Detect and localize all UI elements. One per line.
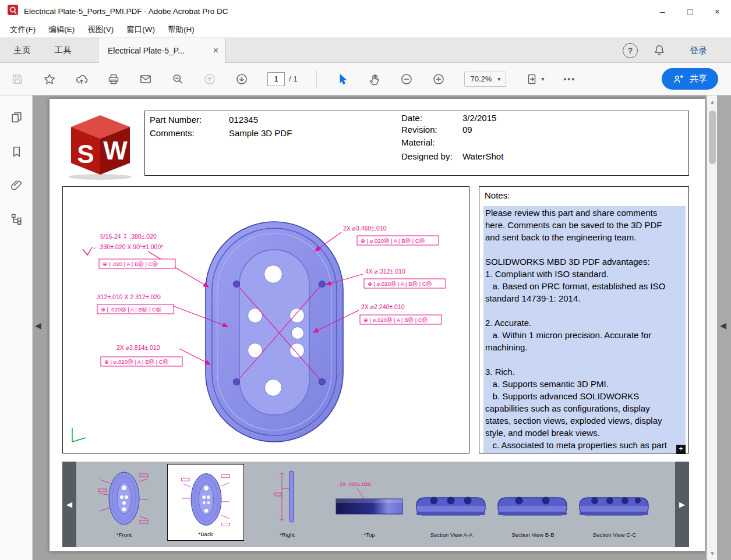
fit-page-icon [525,73,538,86]
view-thumb-section-cc[interactable]: Section View C-C [577,462,652,547]
tab-close-icon[interactable]: × [213,45,218,56]
favorite-star-icon[interactable] [43,73,56,86]
minimize-button[interactable]: – [649,0,676,22]
fcf-dia3814: ⊕ | ⌀.020Ⓜ | A | BⓂ | CⓂ [104,359,168,365]
email-icon[interactable] [139,73,152,86]
window-controls: – □ × [649,0,731,22]
view-thumb-section-bb[interactable]: Section View B-B [496,462,570,547]
designed-by-label: Designed by: [401,151,453,161]
zoom-level-value: 70.2% [470,75,492,83]
view-thumb-right[interactable]: *Right [265,462,309,547]
designed-by-value: WaterShot [462,151,503,161]
attachments-paperclip-icon[interactable] [10,178,23,192]
callout-dia3814: 2X ⌀3.814±.010 [116,344,160,351]
zoom-in-icon[interactable] [432,73,445,86]
callout-thread-line2: ⌵ .330±.020 X 90°±1.000° [92,243,163,250]
drawing-view-panel[interactable]: 5/16-24 ↧ .380±.020 ⌵ .330±.020 X 90°±1.… [62,186,469,453]
page-thumbnails-icon[interactable] [10,111,23,124]
model-tree-icon[interactable] [10,212,23,225]
svg-text:S: S [77,140,94,168]
view-label-right: *Right [265,531,309,538]
previous-page-icon[interactable] [203,73,216,86]
callout-dia3460: 2X ⌀3.460±.010 [343,225,387,232]
acrobat-window: Electrical Plate-5_Ports_PMI.PDF - Adobe… [0,0,731,560]
notes-body-text[interactable]: Please review this part and share commen… [483,206,686,453]
fcf-dia2240: ⊕ | ⌀.020Ⓜ | A | BⓂ | CⓂ [363,317,428,323]
save-icon[interactable] [11,73,24,86]
toolbar-separator [316,70,317,88]
pdf-page: S W Part Number: 012345 Comments: Sample… [50,99,705,551]
print-icon[interactable] [107,73,120,86]
expand-right-panel-arrow-icon[interactable]: ◀ [720,321,726,330]
coordinate-triad-icon [72,428,86,442]
titlebar: Electrical Plate-5_Ports_PMI.PDF - Adobe… [0,0,731,22]
menu-file[interactable]: 文件(F) [3,22,42,37]
revision-value: 09 [462,125,472,134]
top-view-dim: 2X .080±.020 [340,481,370,487]
menu-edit[interactable]: 编辑(E) [42,22,81,37]
notes-panel[interactable]: Notes: Please review this part and share… [479,186,689,453]
help-icon[interactable]: ? [623,43,638,58]
view-label-top: *Top [331,531,407,538]
revision-label: Revision: [401,125,437,134]
model-plate [206,222,343,442]
menu-view[interactable]: 视图(V) [81,22,120,37]
page-number-input[interactable] [267,72,285,86]
more-tools-icon[interactable]: ••• [563,75,575,84]
zoom-out-icon[interactable] [400,73,413,86]
page-total-label: / 1 [289,75,297,83]
comments-value: Sample 3D PDF [229,128,292,138]
view-label-front: *Front [96,531,152,538]
callout-slot: .312±.010 X 2.312±.020 [96,293,161,300]
collapse-left-panel-arrow-icon[interactable]: ◀ [35,321,41,330]
fcf-slot: ⊕ | .020Ⓜ | A | BⓂ | CⓂ [101,306,161,313]
close-button[interactable]: × [704,0,731,22]
maximize-button[interactable]: □ [676,0,704,22]
filmstrip-scroll-left-arrow[interactable]: ◀ [62,462,76,547]
expand-plus-icon[interactable]: + [676,445,686,454]
date-label: Date: [401,113,422,123]
title-block: Part Number: 012345 Comments: Sample 3D … [144,111,689,176]
comments-label: Comments: [150,128,195,138]
scroll-down-icon[interactable]: ▼ [707,551,718,557]
view-label-section-cc: Section View C-C [577,531,652,538]
share-person-icon [673,73,684,85]
view-label-back: *Back [168,531,243,537]
next-page-icon[interactable] [235,73,248,86]
part-number-label: Part Number: [150,115,202,125]
view-label-section-aa: Section View A-A [414,531,489,538]
hand-tool-icon[interactable] [368,73,381,86]
window-title: Electrical Plate-5_Ports_PMI.PDF - Adobe… [24,7,228,16]
menubar: 文件(F) 编辑(E) 视图(V) 窗口(W) 帮助(H) [0,22,731,38]
vertical-scrollbar[interactable]: ▲ ▼ [707,95,717,560]
solidworks-logo: S W [64,109,137,183]
tab-tools[interactable]: 工具 [47,38,79,63]
chevron-down-icon: ▾ [497,76,500,82]
search-magnifier-icon[interactable] [171,73,184,86]
tab-document[interactable]: Electrical Plate-5_P... × [98,38,226,63]
view-thumb-section-aa[interactable]: Section View A-A [414,462,489,547]
sign-in-link[interactable]: 登录 [690,38,707,63]
share-button-label: 共享 [690,73,707,84]
cloud-upload-icon[interactable] [75,73,88,86]
model-3d-view[interactable]: 5/16-24 ↧ .380±.020 ⌵ .330±.020 X 90°±1.… [63,187,469,453]
notifications-bell-icon[interactable] [653,44,666,59]
share-button[interactable]: 共享 [662,68,718,90]
view-thumb-top[interactable]: 2X .080±.020 *Top [331,462,407,547]
scroll-up-icon[interactable]: ▲ [707,99,718,105]
view-thumb-front[interactable]: *Front [96,462,152,547]
view-thumb-back-selected[interactable]: *Back [167,464,244,541]
page-display-dropdown[interactable]: ▾ [525,73,544,86]
select-tool-icon[interactable] [336,73,349,86]
scrollbar-thumb[interactable] [709,111,716,164]
acrobat-pdf-icon [8,5,18,17]
view-label-section-bb: Section View B-B [496,531,570,538]
chevron-down-icon: ▾ [541,76,544,82]
zoom-level-dropdown[interactable]: 70.2% ▾ [464,72,506,87]
views-filmstrip: ◀ ▶ *Front [62,462,689,547]
menu-window[interactable]: 窗口(W) [120,22,161,37]
filmstrip-scroll-right-arrow[interactable]: ▶ [675,462,689,547]
bookmarks-icon[interactable] [10,145,23,158]
menu-help[interactable]: 帮助(H) [161,22,201,37]
tab-home[interactable]: 主页 [6,38,38,63]
